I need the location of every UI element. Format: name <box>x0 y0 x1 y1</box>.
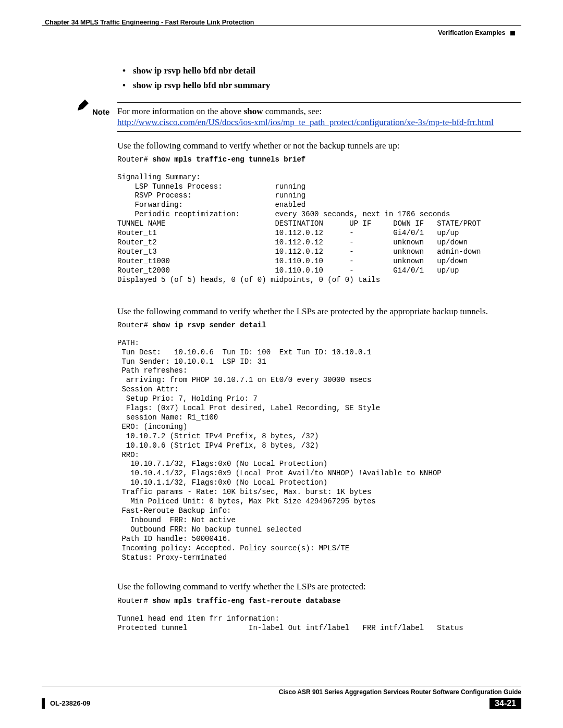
footer-title: Cisco ASR 901 Series Aggregation Service… <box>42 688 521 696</box>
note-block: Note For more information on the above s… <box>76 102 521 132</box>
output-block-2: PATH: Tun Dest: 10.10.0.6 Tun ID: 100 Ex… <box>117 329 521 563</box>
section-text: Verification Examples <box>438 29 505 36</box>
footer: Cisco ASR 901 Series Aggregation Service… <box>42 686 521 709</box>
header-square-icon <box>510 31 515 35</box>
note-label: Note <box>92 107 109 116</box>
footer-doc-number: OL-23826-09 <box>50 699 90 707</box>
footer-left: OL-23826-09 <box>42 698 90 709</box>
paragraph-2: Use the following command to verify whet… <box>117 306 521 317</box>
command-line-2: Router# show ip rsvp sender detail <box>117 320 521 329</box>
note-text-prefix: For more information on the above <box>117 106 244 116</box>
output-block-3: Tunnel head end item frr information: Pr… <box>117 605 521 633</box>
note-text-mid: commands, see: <box>263 106 322 116</box>
bullet-item-2: show ip rsvp hello bfd nbr summary <box>117 80 521 91</box>
command-3: show mpls traffic-eng fast-reroute datab… <box>152 597 340 605</box>
section-heading: Verification Examples <box>438 29 515 36</box>
paragraph-3: Use the following command to verify whet… <box>117 581 521 592</box>
command-line-1: Router# show mpls traffic-eng tunnels br… <box>117 154 521 164</box>
footer-bar-icon <box>42 698 45 709</box>
note-bold-word: show <box>244 106 263 116</box>
prompt-3: Router# <box>117 597 152 605</box>
note-link[interactable]: http://www.cisco.com/en/US/docs/ios-xml/… <box>117 117 494 127</box>
page-number: 34-21 <box>489 698 521 709</box>
note-body: For more information on the above show c… <box>117 106 521 131</box>
command-2: show ip rsvp sender detail <box>152 321 266 329</box>
bullet-item-1: show ip rsvp hello bfd nbr detail <box>117 66 521 76</box>
prompt-2: Router# <box>117 321 152 329</box>
pencil-icon <box>76 99 90 113</box>
command-line-3: Router# show mpls traffic-eng fast-rerou… <box>117 596 521 605</box>
prompt-1: Router# <box>117 155 152 164</box>
command-1: show mpls traffic-eng tunnels brief <box>152 155 305 164</box>
paragraph-1: Use the following command to verify whet… <box>117 140 521 151</box>
output-block-1: Signalling Summary: LSP Tunnels Process:… <box>117 164 521 285</box>
bullet-list: show ip rsvp hello bfd nbr detail show i… <box>117 66 521 91</box>
header-rule <box>42 25 521 26</box>
